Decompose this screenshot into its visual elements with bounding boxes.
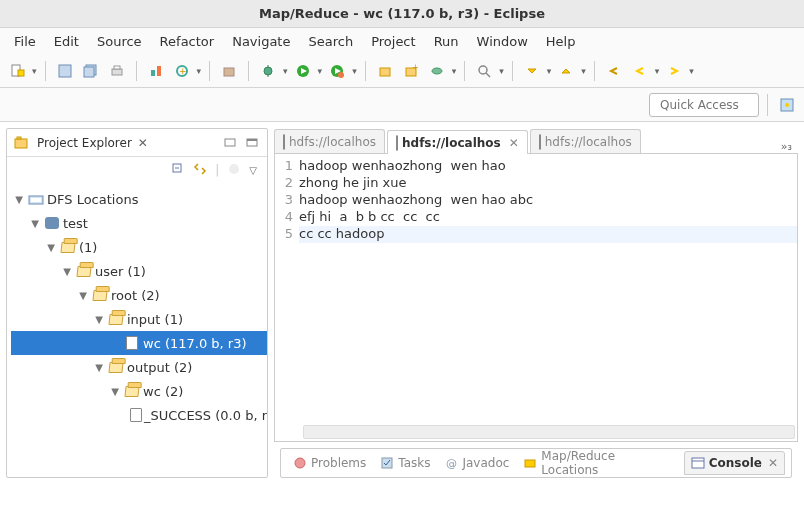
twist-icon[interactable]: ▼ [107, 386, 123, 397]
folder-icon [123, 383, 141, 399]
next-annotation-button[interactable] [521, 60, 543, 82]
tree-node-user[interactable]: ▼ user (1) [11, 259, 267, 283]
console-tab-active[interactable]: Console ✕ [684, 451, 785, 475]
folder-icon [107, 311, 125, 327]
minimize-icon[interactable] [221, 135, 239, 151]
search-button[interactable] [473, 60, 495, 82]
view-title: Project Explorer [37, 136, 132, 150]
project-explorer-view: Project Explorer ✕ | ▽ ▼ DFS Locations ▼… [6, 128, 268, 478]
twist-icon[interactable]: ▼ [91, 362, 107, 373]
javadoc-tab[interactable]: @ Javadoc [438, 452, 515, 474]
close-icon[interactable]: ✕ [768, 456, 778, 470]
folder-icon [107, 359, 125, 375]
tree-node-output[interactable]: ▼ output (2) [11, 355, 267, 379]
menu-run[interactable]: Run [426, 30, 467, 53]
new-button[interactable] [6, 60, 28, 82]
print-button[interactable] [106, 60, 128, 82]
menu-help[interactable]: Help [538, 30, 584, 53]
svg-text:@: @ [446, 457, 457, 470]
run-button[interactable] [292, 60, 314, 82]
new-type-button[interactable]: + [171, 60, 193, 82]
collapse-all-icon[interactable] [171, 162, 185, 179]
svg-rect-8 [157, 66, 161, 76]
twist-icon[interactable]: ▼ [27, 218, 43, 229]
tree-node-root[interactable]: ▼ root (2) [11, 283, 267, 307]
code-line: hadoop wenhaozhong wen hao abc [299, 192, 797, 209]
tree-node-test[interactable]: ▼ test [11, 211, 267, 235]
view-menu-icon[interactable]: ▽ [249, 165, 257, 176]
twist-icon[interactable]: ▼ [11, 194, 27, 205]
save-all-button[interactable] [80, 60, 102, 82]
close-icon[interactable]: ✕ [138, 136, 148, 150]
debug-button[interactable] [257, 60, 279, 82]
last-edit-button[interactable] [603, 60, 625, 82]
tree-label: (1) [79, 240, 97, 255]
twist-icon[interactable]: ▼ [75, 290, 91, 301]
new-java-class-button[interactable] [426, 60, 448, 82]
view-toolbar: | ▽ [7, 157, 267, 183]
tree-node-wc2[interactable]: ▼ wc (2) [11, 379, 267, 403]
tree-label: root (2) [111, 288, 160, 303]
run-last-button[interactable] [326, 60, 348, 82]
problems-tab[interactable]: Problems [287, 452, 372, 474]
line-number: 1 [275, 158, 293, 175]
editor-area: hdfs://localhos hdfs://localhos ✕ hdfs:/… [274, 128, 798, 478]
build-button[interactable] [145, 60, 167, 82]
menu-edit[interactable]: Edit [46, 30, 87, 53]
editor-tab-1[interactable]: hdfs://localhos [274, 129, 385, 153]
toolbar-separator [136, 61, 137, 81]
perspective-mapreduce-button[interactable] [776, 94, 798, 116]
menu-window[interactable]: Window [469, 30, 536, 53]
focus-task-icon[interactable] [227, 162, 241, 179]
tree-node-success[interactable]: _SUCCESS (0.0 b, r [11, 403, 267, 427]
svg-point-37 [229, 164, 239, 174]
tab-label: Tasks [398, 456, 430, 470]
menu-source[interactable]: Source [89, 30, 150, 53]
prev-annotation-button[interactable] [555, 60, 577, 82]
toolbar-separator [248, 61, 249, 81]
tree-node-input[interactable]: ▼ input (1) [11, 307, 267, 331]
maximize-icon[interactable] [243, 135, 261, 151]
close-icon[interactable]: ✕ [509, 136, 519, 150]
menu-bar: File Edit Source Refactor Navigate Searc… [0, 28, 804, 54]
tab-overflow-indicator[interactable]: »₃ [775, 140, 798, 153]
menu-project[interactable]: Project [363, 30, 423, 53]
svg-marker-27 [562, 69, 570, 73]
menu-refactor[interactable]: Refactor [152, 30, 223, 53]
folder-icon [59, 239, 77, 255]
save-button[interactable] [54, 60, 76, 82]
mapreduce-locations-tab[interactable]: Map/Reduce Locations [517, 445, 681, 481]
code-line: hadoop wenhaozhong wen hao [299, 158, 797, 175]
tree-node-folder[interactable]: ▼ (1) [11, 235, 267, 259]
back-button[interactable] [629, 60, 651, 82]
twist-icon[interactable]: ▼ [59, 266, 75, 277]
new-java-project-button[interactable] [374, 60, 396, 82]
svg-rect-39 [31, 198, 41, 202]
svg-rect-1 [18, 70, 24, 76]
horizontal-scrollbar[interactable] [303, 425, 795, 439]
menu-file[interactable]: File [6, 30, 44, 53]
line-number-gutter: 1 2 3 4 5 [275, 154, 299, 441]
tasks-tab[interactable]: Tasks [374, 452, 436, 474]
new-package-button[interactable] [218, 60, 240, 82]
twist-icon[interactable]: ▼ [91, 314, 107, 325]
svg-text:+: + [412, 64, 418, 72]
link-editor-icon[interactable] [193, 162, 207, 179]
project-tree[interactable]: ▼ DFS Locations ▼ test ▼ (1) ▼ user (1) … [7, 183, 267, 477]
forward-button[interactable] [663, 60, 685, 82]
tree-node-wc-selected[interactable]: wc (117.0 b, r3) [11, 331, 267, 355]
svg-point-12 [264, 67, 272, 75]
code-content[interactable]: hadoop wenhaozhong wen hao zhong he jin … [299, 154, 797, 441]
svg-marker-26 [528, 69, 536, 73]
svg-rect-7 [151, 70, 155, 76]
quick-access-input[interactable] [649, 93, 759, 117]
text-editor[interactable]: 1 2 3 4 5 hadoop wenhaozhong wen hao zho… [274, 154, 798, 442]
menu-search[interactable]: Search [300, 30, 361, 53]
menu-navigate[interactable]: Navigate [224, 30, 298, 53]
editor-tab-3[interactable]: hdfs://localhos [530, 129, 641, 153]
bottom-views-tabs: Problems Tasks @ Javadoc Map/Reduce Loca… [280, 448, 792, 478]
editor-tab-2-active[interactable]: hdfs://localhos ✕ [387, 130, 528, 154]
twist-icon[interactable]: ▼ [43, 242, 59, 253]
tree-node-dfs-locations[interactable]: ▼ DFS Locations [11, 187, 267, 211]
new-java-package-button[interactable]: + [400, 60, 422, 82]
